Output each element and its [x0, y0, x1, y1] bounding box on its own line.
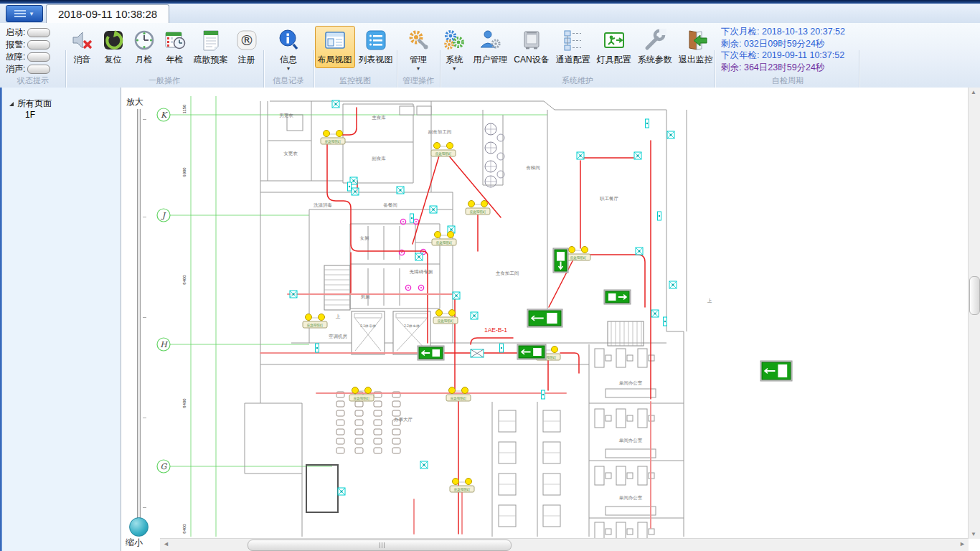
emergency-lamp-head[interactable] — [435, 232, 441, 238]
group-label: 管理操作 — [398, 75, 438, 86]
reset-button[interactable]: 复位 — [98, 26, 128, 68]
info-icon — [276, 28, 301, 52]
chevron-down-icon: ▼ — [286, 66, 291, 71]
status-mute-label: 消声: — [6, 63, 25, 75]
emergency-lamp-head[interactable] — [481, 201, 488, 207]
device-dot — [433, 209, 435, 211]
group-status: 启动: 报警: 故障: 消声: 状态提示 — [1, 23, 65, 88]
scroll-down-icon[interactable]: ▼ — [971, 531, 976, 537]
list-view-button[interactable]: 列表视图 — [356, 26, 396, 68]
toilet-fixture-dot — [407, 287, 409, 288]
emergency-lamp-head[interactable] — [448, 232, 454, 238]
device-dot — [335, 103, 337, 105]
manage-button[interactable]: 管理 ▼ — [403, 26, 433, 73]
scroll-right-icon[interactable]: ► — [959, 540, 966, 547]
group-label: 监控视图 — [315, 75, 395, 86]
info-button[interactable]: 信息 ▼ — [273, 26, 303, 73]
fault-indicator — [27, 52, 50, 62]
emergency-lamp-head[interactable] — [449, 310, 456, 316]
group-label: 信息记录 — [265, 75, 312, 86]
exit-man-box — [557, 252, 565, 261]
emergency-lamp-head[interactable] — [436, 310, 443, 316]
system-button[interactable]: 系统 ▼ — [439, 26, 469, 73]
tree-expand-icon[interactable] — [9, 102, 14, 106]
grid-letter: H — [160, 340, 168, 349]
emergency-lamp-head[interactable] — [365, 387, 372, 394]
group-label: 状态提示 — [1, 75, 65, 86]
group-manage: 管理 ▼ 管理操作 — [398, 23, 438, 88]
can-device-button[interactable]: CAN设备 — [511, 26, 552, 68]
emergency-lamp-head[interactable] — [319, 314, 325, 321]
main-menu-button[interactable]: ▼ — [6, 5, 43, 22]
dimension-label: 8400 — [182, 398, 187, 408]
system-params-button[interactable]: 系统参数 — [635, 26, 675, 68]
horizontal-scroll-thumb[interactable] — [248, 540, 512, 551]
device-dot — [654, 313, 656, 315]
emergency-lamp-head[interactable] — [468, 201, 475, 207]
floor-plan-canvas[interactable]: 放大 缩小 KJHG11506900840084008400应急照明灯应急照明灯… — [121, 88, 980, 551]
emergency-lamp-head[interactable] — [434, 143, 440, 149]
emergency-lamp-head[interactable] — [453, 479, 459, 485]
emergency-lamp-head[interactable] — [324, 131, 330, 137]
horizontal-scrollbar[interactable]: ◄ ► — [160, 538, 969, 551]
register-button[interactable]: ® 注册 — [232, 26, 262, 68]
emergency-lamp-head[interactable] — [306, 314, 312, 321]
tree-node-all-pages[interactable]: 所有页面 — [2, 88, 121, 110]
status-fault-label: 故障: — [6, 51, 25, 63]
mute-button[interactable]: 消音 — [67, 26, 98, 68]
room-label: 主食库 — [372, 115, 386, 120]
exit-monitor-button[interactable]: 退出监控 — [676, 26, 716, 68]
waiting-chair — [336, 448, 344, 453]
lamp-config-button[interactable]: 灯具配置 — [594, 26, 634, 68]
device-dot — [316, 347, 318, 349]
office-desk — [595, 349, 604, 367]
group-label: 一般操作 — [67, 75, 262, 86]
device-dot — [423, 464, 425, 466]
monthly-check-button[interactable]: 月检 — [129, 26, 159, 68]
scroll-up-icon[interactable]: ▲ — [971, 89, 976, 95]
room-label: 办事大厅 — [394, 417, 413, 422]
scroll-left-icon[interactable]: ◄ — [163, 540, 169, 547]
list-view-icon — [364, 28, 388, 52]
wiring-path — [413, 154, 440, 244]
floor-plan-drawing[interactable]: KJHG11506900840084008400应急照明灯应急照明灯应急照明灯应… — [121, 88, 969, 539]
next-yearly-check: 下次年检: 2019-09-11 10:37:52 — [721, 50, 859, 62]
waiting-chair — [374, 438, 382, 444]
group-label: 系统维护 — [442, 75, 713, 86]
emergency-lamp-head[interactable] — [552, 347, 558, 353]
titlebar: ▼ 2018-09-11 10:38:28 — [0, 4, 980, 24]
wiring-path — [471, 338, 513, 344]
status-start-label: 启动: — [6, 27, 25, 39]
clock-tab[interactable]: 2018-09-11 10:38:28 — [46, 4, 169, 23]
emergency-lamp-head[interactable] — [336, 131, 343, 137]
evacuation-plan-button[interactable]: 疏散预案 — [191, 26, 231, 68]
lamp-label: 应急照明灯 — [570, 255, 587, 260]
room-label: 单间办公室 — [619, 438, 643, 443]
user-management-button[interactable]: 用户管理 — [470, 26, 510, 68]
emergency-lamp-head[interactable] — [462, 387, 468, 394]
emergency-lamp-head[interactable] — [569, 247, 575, 253]
vertical-scrollbar[interactable]: ▲ ▼ — [968, 88, 980, 539]
emergency-lamp-head[interactable] — [466, 479, 472, 485]
emergency-lamp-head[interactable] — [582, 247, 588, 253]
group-selfcheck: 下次月检: 2018-10-13 20:37:52 剩余: 032日09时59分… — [717, 23, 859, 88]
yearly-check-button[interactable]: 年检 — [160, 26, 190, 68]
emergency-lamp-head[interactable] — [449, 387, 456, 394]
group-maintain: 系统 ▼ 用户管理 — [442, 23, 713, 88]
tree-node-1f[interactable]: 1F — [2, 110, 121, 120]
device-dot — [293, 293, 295, 296]
device-dot — [664, 321, 666, 322]
reset-icon — [101, 28, 126, 52]
channel-config-button[interactable]: 通道配置 — [553, 26, 593, 68]
evacuation-plan-icon — [199, 28, 223, 52]
device-dot — [659, 215, 660, 217]
office-desk — [616, 522, 626, 539]
lamp-label: 应急照明灯 — [454, 487, 471, 491]
vertical-scroll-thumb[interactable] — [969, 276, 980, 315]
office-chair — [627, 473, 633, 479]
emergency-lamp-head[interactable] — [447, 143, 453, 149]
waiting-chair — [355, 448, 363, 453]
emergency-lamp-head[interactable] — [352, 387, 359, 394]
office-chair — [606, 529, 611, 534]
layout-view-button[interactable]: 布局视图 — [315, 26, 355, 68]
